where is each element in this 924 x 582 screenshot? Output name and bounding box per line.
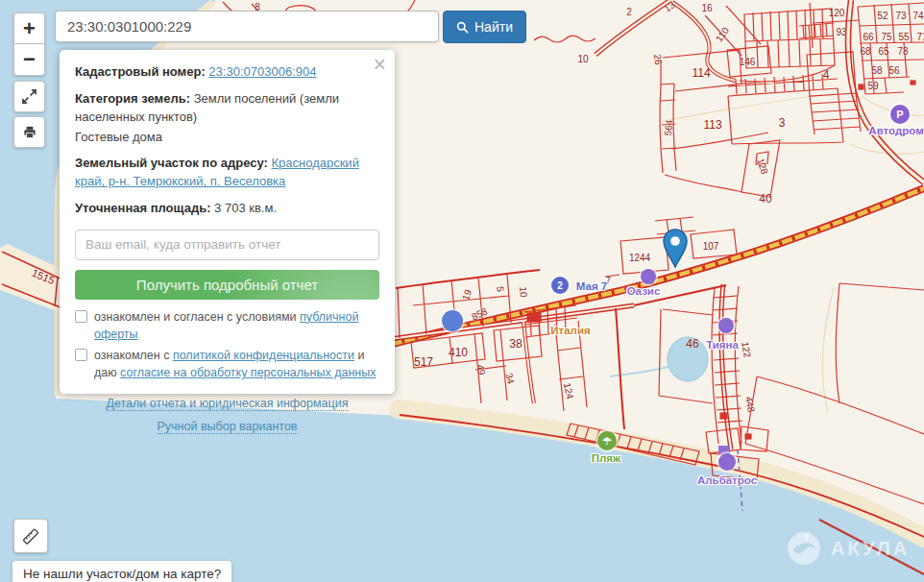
offer-consent-checkbox[interactable] [75,310,87,323]
email-field[interactable] [75,230,379,260]
zoom-out-button[interactable]: − [13,44,45,76]
personal-data-link[interactable]: согласие на обработку персональных данны… [120,366,376,379]
land-category-label: Категория земель: [75,91,190,106]
search-icon [456,21,469,34]
area-label: Уточненная площадь: [75,201,210,215]
land-use-row: Гостевые дома [75,129,379,147]
pond [668,337,708,381]
report-details-link[interactable]: Детали отчета и юридическая информация [107,397,349,411]
print-button[interactable] [13,116,45,148]
watermark-text: АКУЛА [831,538,910,560]
address-row: Земельный участок по адресу: Краснодарск… [75,155,379,191]
privacy-consent-text: ознакомлен с политикой конфиденциальност… [94,347,379,381]
expand-arrows-icon [20,87,38,106]
privacy-consent-checkbox[interactable] [75,349,87,361]
manual-selection-link[interactable]: Ручной выбор вариантов [158,420,298,434]
cadastral-search-input[interactable] [55,11,439,42]
ruler-icon [20,525,41,546]
close-icon[interactable]: × [374,54,386,76]
search-button[interactable]: Найти [443,11,526,43]
cadastral-number-row: Кадастровый номер: 23:30:0703006:904 [75,63,379,82]
cadastral-number-label: Кадастровый номер: [75,64,206,79]
privacy-policy-link[interactable]: политикой конфиденциальности [173,349,354,362]
zoom-in-button[interactable]: + [13,12,45,44]
get-report-button[interactable]: Получить подробный отчет [75,270,379,300]
not-found-hint[interactable]: Не нашли участок/дом на карте? [12,561,231,582]
privacy-text-before: ознакомлен с [94,349,173,362]
area-row: Уточненная площадь: 3 703 кв.м. [75,200,379,218]
land-category-row: Категория земель: Земли поселений (земли… [75,90,379,127]
search-button-label: Найти [474,19,513,35]
cadastral-map-app: 8213161011026120935273746675557168657858… [0,0,924,582]
offer-consent-text: ознакомлен и согласен с условиями публич… [94,308,379,343]
shark-logo-icon [784,528,824,569]
parcel-info-panel: × Кадастровый номер: 23:30:0703006:904 К… [60,50,395,394]
offer-consent-row: ознакомлен и согласен с условиями публич… [75,308,379,343]
fullscreen-button[interactable] [13,81,45,112]
area-value: 3 703 кв.м. [214,201,277,215]
cadastral-number-link[interactable]: 23:30:0703006:904 [208,64,316,79]
panel-footer-links: Детали отчета и юридическая информация Р… [75,393,379,439]
address-label: Земельный участок по адресу: [75,156,268,170]
akula-watermark: АКУЛА [784,528,910,569]
ruler-button[interactable] [13,519,48,553]
privacy-consent-row: ознакомлен с политикой конфиденциальност… [75,347,379,381]
printer-icon [21,124,38,141]
offer-consent-text-before: ознакомлен и согласен с условиями [94,310,300,324]
